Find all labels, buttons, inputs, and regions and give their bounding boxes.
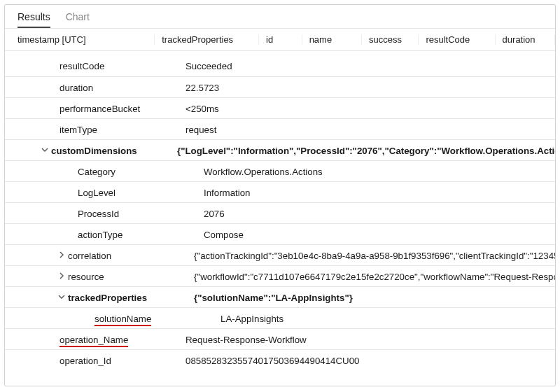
value: <250ms (186, 104, 555, 114)
row-processid[interactable]: ProcessId 2076 (5, 202, 555, 223)
key: trackedProperties (68, 293, 194, 303)
key: duration (59, 83, 186, 93)
value: 08585283235574017503694490414CU00 (186, 356, 555, 366)
col-tracked[interactable]: trackedProperties (155, 34, 259, 45)
key: performanceBucket (59, 104, 186, 114)
row-operationid[interactable]: operation_Id 085852832355740175036944904… (5, 349, 555, 370)
key: operation_Name (59, 335, 186, 345)
row-trackedproperties[interactable]: trackedProperties {"solutionName":"LA-Ap… (5, 286, 555, 307)
row-actiontype[interactable]: actionType Compose (5, 223, 555, 244)
col-id[interactable]: id (259, 34, 302, 45)
row-itemtype[interactable]: itemType request (5, 118, 555, 139)
details-tree: resultCode Succeeded duration 22.5723 pe… (5, 51, 555, 386)
value: 22.5723 (186, 83, 555, 93)
key: customDimensions (51, 146, 177, 156)
col-duration[interactable]: duration (496, 34, 555, 45)
tab-results[interactable]: Results (18, 6, 50, 28)
value: {"LogLevel":"Information","ProcessId":"2… (177, 146, 555, 156)
chevron-down-icon[interactable] (38, 146, 51, 155)
col-name[interactable]: name (302, 34, 362, 45)
row-solutionname[interactable]: solutionName LA-AppInsights (5, 307, 555, 328)
row-performancebucket[interactable]: performanceBucket <250ms (5, 97, 555, 118)
key: LogLevel (78, 188, 204, 198)
key: solutionName (94, 314, 220, 324)
results-panel: Results Chart timestamp [UTC] trackedPro… (4, 4, 556, 386)
value: Compose (204, 230, 555, 240)
value: Request-Response-Workflow (186, 335, 555, 345)
value: Succeeded (186, 61, 555, 71)
key: actionType (78, 230, 204, 240)
value: Workflow.Operations.Actions (204, 167, 555, 177)
col-resultcode[interactable]: resultCode (419, 34, 495, 45)
key: correlation (68, 251, 194, 261)
row-resource[interactable]: resource {"workflowId":"c7711d107e664717… (5, 265, 555, 286)
row-category[interactable]: Category Workflow.Operations.Actions (5, 160, 555, 181)
value: {"solutionName":"LA-AppInsights"} (194, 293, 555, 303)
chevron-right-icon[interactable] (55, 272, 68, 281)
row-customdimensions[interactable]: customDimensions {"LogLevel":"Informatio… (5, 139, 555, 160)
value: LA-AppInsights (220, 314, 555, 324)
chevron-down-icon[interactable] (55, 293, 68, 302)
col-timestamp[interactable]: timestamp [UTC] (10, 34, 155, 45)
key: resultCode (59, 61, 186, 71)
key: itemType (59, 125, 186, 135)
key: Category (78, 167, 204, 177)
value: {"workflowId":"c7711d107e6647179c2e15fe2… (194, 272, 555, 282)
column-headers: timestamp [UTC] trackedProperties id nam… (5, 29, 555, 51)
row-resultcode[interactable]: resultCode Succeeded (5, 55, 555, 76)
tab-chart[interactable]: Chart (66, 6, 90, 27)
chevron-right-icon[interactable] (55, 251, 68, 260)
row-operationname[interactable]: operation_Name Request-Response-Workflow (5, 328, 555, 349)
value: request (186, 125, 555, 135)
col-success[interactable]: success (362, 34, 419, 45)
value: Information (204, 188, 555, 198)
key: operation_Id (59, 356, 186, 366)
row-loglevel[interactable]: LogLevel Information (5, 181, 555, 202)
value: {"actionTrackingId":"3eb10e4c-8ba9-4a9a-… (194, 251, 555, 261)
row-duration[interactable]: duration 22.5723 (5, 76, 555, 97)
row-correlation[interactable]: correlation {"actionTrackingId":"3eb10e4… (5, 244, 555, 265)
key: ProcessId (78, 209, 204, 219)
tab-bar: Results Chart (5, 5, 555, 29)
key: resource (68, 272, 194, 282)
value: 2076 (204, 209, 555, 219)
